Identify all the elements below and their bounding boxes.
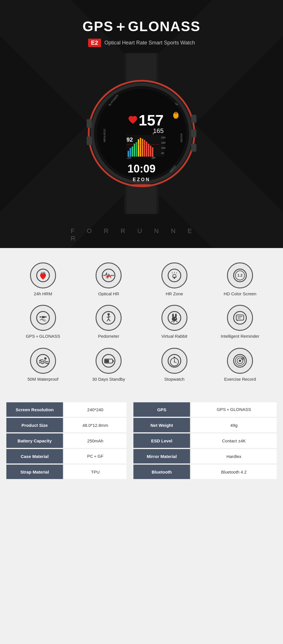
spec-value: 240*240 — [64, 402, 127, 417]
spec-value: PC＋GF — [64, 448, 127, 464]
svg-rect-29 — [134, 144, 135, 157]
svg-rect-79 — [236, 315, 244, 320]
spec-key2: GPS — [133, 402, 191, 417]
svg-rect-35 — [146, 142, 147, 157]
spec-value2: GPS＋GLONASS — [191, 402, 277, 417]
svg-line-56 — [176, 273, 177, 273]
svg-rect-33 — [142, 139, 143, 157]
svg-text:92: 92 — [126, 136, 133, 143]
spec-key: Strap Material — [6, 464, 64, 480]
svg-point-94 — [174, 361, 175, 363]
spec-key2: Net Weight — [133, 417, 191, 433]
spec-spacer — [127, 402, 133, 417]
svg-point-98 — [239, 360, 241, 362]
svg-text:220: 220 — [161, 136, 165, 139]
svg-point-74 — [172, 317, 177, 321]
specs-row: Screen Resolution 240*240 GPS GPS＋GLONAS… — [6, 402, 277, 417]
svg-rect-12 — [191, 129, 196, 137]
svg-rect-32 — [140, 138, 141, 157]
svg-rect-37 — [150, 146, 151, 157]
spec-key2: Bluetooth — [133, 464, 191, 480]
hero-section: GPS＋GLONASS E2 Optical Heart Rate Smart … — [0, 0, 283, 248]
feature-icon-24h-hrm: 24h — [30, 262, 56, 288]
specs-row: Strap Material TPU Bluetooth Bluetooth 4… — [6, 464, 277, 480]
specs-row: Product Size 48.0*12.8mm Net Weight 49g — [6, 417, 277, 433]
feature-label-optical-hr: Optical HR — [98, 291, 119, 296]
feature-label-stopwatch: Stopwatch — [164, 377, 185, 382]
svg-text:160: 160 — [161, 141, 165, 144]
feature-icon-standby — [96, 348, 122, 374]
svg-rect-3 — [126, 186, 157, 214]
feature-item-reminder: Intelligent Reminder — [209, 305, 272, 339]
spec-spacer — [127, 417, 133, 433]
svg-point-83 — [44, 357, 46, 360]
svg-point-68 — [107, 313, 110, 316]
svg-point-100 — [242, 358, 243, 359]
svg-text:EZON: EZON — [133, 177, 150, 182]
spec-key2: Mirror Material — [133, 448, 191, 464]
svg-rect-13 — [191, 144, 196, 152]
svg-rect-27 — [130, 148, 131, 157]
svg-point-82 — [37, 354, 49, 367]
feature-icon-gps — [30, 305, 56, 331]
svg-rect-86 — [113, 360, 114, 362]
spec-spacer — [127, 448, 133, 464]
feature-item-stopwatch: Stopwatch — [143, 348, 206, 382]
svg-line-70 — [107, 317, 110, 317]
specs-row: Battery Capacity 250mAh ESD Level Contac… — [6, 433, 277, 448]
feature-icon-hd-screen: 1.2 — [227, 262, 253, 288]
svg-text:1.2: 1.2 — [237, 273, 243, 277]
feature-item-24h-hrm: 24h 24h HRM — [12, 262, 75, 296]
feature-icon-exercise — [227, 348, 253, 374]
svg-rect-91 — [174, 356, 175, 358]
svg-text:10:09: 10:09 — [127, 163, 155, 175]
svg-rect-9 — [87, 119, 92, 128]
svg-rect-11 — [191, 115, 196, 123]
svg-point-75 — [172, 313, 174, 318]
svg-rect-26 — [128, 151, 129, 157]
svg-rect-66 — [45, 316, 46, 318]
feature-label-rabbit: Virtual Rabbit — [161, 334, 187, 339]
svg-text:0H: 0H — [152, 156, 155, 159]
feature-item-waterproof: 50M Waterproof — [12, 348, 75, 382]
feature-item-hr-zone: HR Zone — [143, 262, 206, 296]
hero-title: GPS＋GLONASS — [83, 17, 201, 36]
svg-rect-31 — [138, 139, 139, 157]
svg-line-71 — [107, 319, 109, 321]
feature-item-standby: 30 Days Standby — [77, 348, 140, 382]
svg-text:MENU/ESC: MENU/ESC — [103, 128, 106, 142]
feature-label-waterproof: 50M Waterproof — [27, 377, 58, 382]
features-grid: 24h 24h HRM Optical HR — [12, 262, 271, 382]
svg-text:24h: 24h — [41, 271, 45, 274]
feature-icon-hr-zone — [161, 262, 187, 288]
spec-spacer — [127, 433, 133, 448]
features-section: 24h 24h HRM Optical HR — [0, 248, 283, 393]
feature-item-rabbit: Virtual Rabbit — [143, 305, 206, 339]
spec-key: Product Size — [6, 417, 64, 433]
spec-key: Case Material — [6, 448, 64, 464]
spec-spacer — [127, 464, 133, 480]
svg-text:157: 157 — [139, 112, 164, 129]
spec-value2: Bluetooth 4.2 — [191, 464, 277, 480]
svg-point-52 — [168, 269, 181, 282]
hero-subtitle-row: E2 Optical Heart Rate Smart Sports Watch — [88, 39, 195, 47]
feature-icon-stopwatch — [161, 348, 187, 374]
spec-key2: ESD Level — [133, 433, 191, 448]
svg-rect-65 — [40, 316, 41, 318]
forrunner-text: F O R R U N N E R — [71, 227, 212, 242]
spec-key: Screen Resolution — [6, 402, 64, 417]
feature-item-exercise: Exercise Record — [209, 348, 272, 382]
spec-value2: 49g — [191, 417, 277, 433]
feature-label-standby: 30 Days Standby — [92, 377, 125, 382]
spec-value2: Contact ±4K — [191, 433, 277, 448]
feature-label-24h-hrm: 24h HRM — [34, 291, 52, 296]
feature-label-hd-screen: HD Color Screen — [224, 291, 256, 296]
feature-item-pedometer: Pedometer — [77, 305, 140, 339]
hero-subtitle: Optical Heart Rate Smart Sports Watch — [105, 40, 195, 46]
e2-badge: E2 — [88, 39, 101, 47]
svg-rect-28 — [132, 147, 133, 157]
svg-rect-36 — [148, 144, 149, 157]
specs-section: Screen Resolution 240*240 GPS GPS＋GLONAS… — [0, 393, 283, 491]
feature-icon-rabbit — [161, 305, 187, 331]
svg-rect-16 — [174, 116, 178, 119]
